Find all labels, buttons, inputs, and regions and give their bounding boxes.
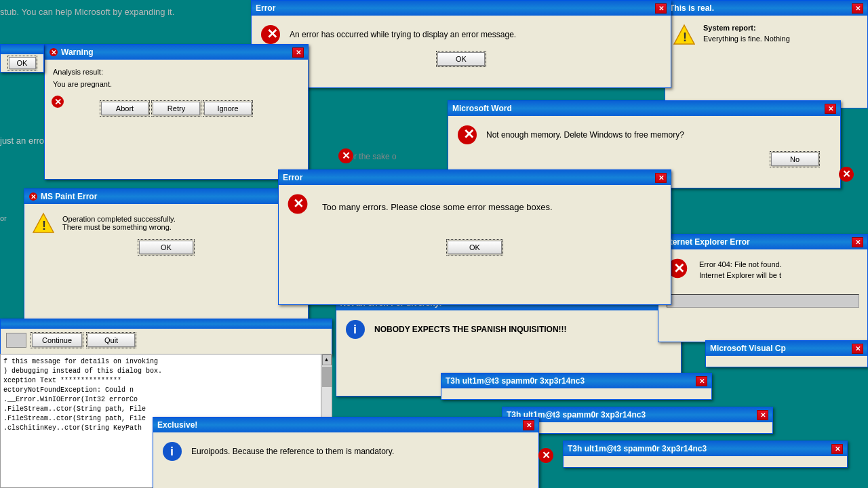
bg-text-1: stub. You can help Microsoft by expandin… bbox=[0, 7, 174, 17]
svg-text:i: i bbox=[353, 323, 357, 336]
continue-quit-titlebar bbox=[1, 319, 332, 329]
exclusive-dialog: Exclusive! ✕ i Euroipods. Because the re… bbox=[153, 417, 539, 488]
ms-paint-warning-icon: ! bbox=[33, 212, 54, 234]
ms-paint-message1: Operation completed successfully. bbox=[62, 215, 176, 223]
svg-text:✕: ✕ bbox=[463, 127, 475, 142]
svg-text:✕: ✕ bbox=[542, 449, 551, 461]
error-text-line5: .__Error.WinIOError(Int32 errorCo bbox=[3, 395, 318, 405]
this-is-real-title: This is real. bbox=[669, 3, 714, 13]
spam-3-title: T3h ult1m@t3 spamm0r 3xp3r14nc3 bbox=[568, 444, 707, 453]
small-ok-titlebar bbox=[1, 45, 43, 54]
abort-btn[interactable]: Abort bbox=[101, 102, 149, 115]
ms-visual-close-btn[interactable]: ✕ bbox=[852, 344, 863, 354]
warning-message2: You are pregnant. bbox=[53, 80, 300, 88]
info-icon-not-error: i bbox=[344, 319, 366, 340]
floating-error-icon-2: ✕ bbox=[338, 148, 354, 165]
warning-title-icon: ✕ bbox=[49, 47, 58, 57]
everything-fine-label: Everything is fine. Nothing bbox=[703, 35, 790, 43]
scroll-thumb[interactable] bbox=[322, 367, 332, 387]
too-many-errors-ok-btn[interactable]: OK bbox=[448, 241, 502, 254]
ms-word-close-btn[interactable]: ✕ bbox=[825, 104, 836, 114]
system-report-label: System report: bbox=[703, 24, 790, 32]
continue-quit-dialog: Continue Quit bbox=[0, 319, 332, 356]
too-many-errors-title: Error bbox=[283, 173, 302, 182]
error-display-ok-btn[interactable]: OK bbox=[437, 52, 485, 66]
warning-close-btn[interactable]: ✕ bbox=[292, 47, 304, 58]
error-display-close[interactable]: ✕ bbox=[655, 3, 667, 14]
continue-unknown-btn[interactable] bbox=[6, 333, 26, 348]
svg-text:i: i bbox=[170, 445, 174, 458]
ms-word-no-btn[interactable]: No bbox=[771, 152, 818, 166]
not-an-error-message: NOBODY EXPECTS THE SPANISH INQUISITION!!… bbox=[374, 325, 567, 334]
spam-1-titlebar: T3h ult1m@t3 spamm0r 3xp3r14nc3 ✕ bbox=[441, 373, 711, 388]
ie-error-dialog: Internet Explorer Error ✕ ✕ Error 404: F… bbox=[658, 234, 868, 342]
spam-1-close-btn[interactable]: ✕ bbox=[696, 376, 707, 386]
spam-3-titlebar: T3h ult1m@t3 spamm0r 3xp3r14nc3 ✕ bbox=[564, 441, 847, 456]
svg-text:✕: ✕ bbox=[51, 49, 56, 56]
exclusive-title: Exclusive! bbox=[157, 420, 197, 430]
error-display-dialog: Error ✕ ✕ An error has occurred while tr… bbox=[251, 0, 671, 88]
too-many-errors-close-btn[interactable]: ✕ bbox=[655, 173, 667, 183]
error-text-line6: .FileStream..ctor(String path, File bbox=[3, 405, 318, 414]
svg-text:✕: ✕ bbox=[673, 261, 685, 276]
spam-dialog-1: T3h ult1m@t3 spamm0r 3xp3r14nc3 ✕ bbox=[441, 373, 712, 400]
ms-paint-title-text: MS Paint Error bbox=[41, 192, 97, 201]
exclusive-info-icon: i bbox=[161, 441, 183, 462]
error-text-line3: xception Text *************** bbox=[3, 376, 318, 386]
svg-text:✕: ✕ bbox=[267, 26, 278, 41]
spam-2-titlebar: T3h ult1m@t3 spamm0r 3xp3r14nc3 ✕ bbox=[502, 407, 772, 422]
ms-word-title: Microsoft Word bbox=[452, 104, 512, 113]
ms-paint-titlebar: ✕ MS Paint Error ✕ bbox=[24, 189, 308, 204]
error-text-line2: ) debugging instead of this dialog box. bbox=[3, 367, 318, 376]
ms-visual-title: Microsoft Visual Cp bbox=[710, 344, 786, 353]
bg-text-3: or bbox=[0, 214, 7, 222]
exclusive-message: Euroipods. Because the reference to them… bbox=[191, 447, 394, 456]
warning-dialog: ✕ Warning ✕ Analysis result: You are pre… bbox=[44, 44, 309, 180]
warning-title-text: Warning bbox=[61, 47, 94, 57]
small-ok-dialog: OK bbox=[0, 44, 44, 73]
ignore-btn[interactable]: Ignore bbox=[204, 102, 252, 115]
quit-btn[interactable]: Quit bbox=[87, 333, 135, 347]
this-is-real-close-btn[interactable]: ✕ bbox=[852, 3, 863, 14]
spam-2-close-btn[interactable]: ✕ bbox=[757, 410, 768, 420]
small-ok-btn[interactable]: OK bbox=[9, 57, 36, 69]
ms-paint-title-icon: ✕ bbox=[28, 192, 38, 201]
error-text-line1: f this message for details on invoking bbox=[3, 357, 318, 367]
svg-text:!: ! bbox=[42, 219, 46, 232]
too-many-errors-titlebar: Error ✕ bbox=[279, 170, 671, 185]
svg-text:!: ! bbox=[683, 30, 687, 44]
svg-text:✕: ✕ bbox=[293, 197, 304, 211]
svg-text:✕: ✕ bbox=[54, 97, 62, 107]
ie-error-titlebar: Internet Explorer Error ✕ bbox=[658, 235, 867, 249]
ie-error-close-btn[interactable]: ✕ bbox=[852, 237, 863, 247]
ms-visual-titlebar: Microsoft Visual Cp ✕ bbox=[706, 341, 867, 356]
floating-error-icon-3: ✕ bbox=[838, 166, 854, 184]
exclusive-titlebar: Exclusive! ✕ bbox=[153, 418, 538, 432]
continue-btn[interactable]: Continue bbox=[32, 333, 82, 347]
ms-paint-dialog: ✕ MS Paint Error ✕ ! Operation completed… bbox=[24, 188, 309, 324]
scroll-up-btn[interactable]: ▲ bbox=[322, 354, 332, 365]
spam-dialog-3: T3h ult1m@t3 spamm0r 3xp3r14nc3 ✕ bbox=[563, 441, 848, 468]
ie-error-message2: Internet Explorer will be t bbox=[699, 271, 782, 279]
ie-scrollbar[interactable] bbox=[667, 294, 859, 308]
ms-word-message: Not enough memory. Delete Windows to fre… bbox=[486, 130, 684, 140]
error-display-titlebar: Error ✕ bbox=[252, 1, 671, 16]
exclusive-close-btn[interactable]: ✕ bbox=[523, 420, 534, 430]
ms-word-titlebar: Microsoft Word ✕ bbox=[448, 101, 840, 116]
error-display-message: An error has occurred while trying to di… bbox=[290, 30, 516, 39]
too-many-errors-message: Too many errors. Please close some error… bbox=[322, 202, 553, 212]
floating-error-icon-1: ✕ bbox=[51, 95, 64, 110]
spam-3-close-btn[interactable]: ✕ bbox=[831, 444, 843, 454]
svg-text:✕: ✕ bbox=[842, 168, 851, 180]
retry-btn[interactable]: Retry bbox=[153, 102, 200, 115]
ie-error-message1: Error 404: File not found. bbox=[699, 260, 782, 268]
svg-text:✕: ✕ bbox=[342, 150, 351, 161]
ms-word-error-icon: ✕ bbox=[456, 124, 478, 146]
ie-error-title: Internet Explorer Error bbox=[663, 237, 750, 247]
bg-text-2: just an error. bbox=[0, 136, 49, 146]
warning-icon-this-real: ! bbox=[673, 24, 695, 45]
warning-message1: Analysis result: bbox=[53, 68, 300, 76]
too-many-error-icon: ✕ bbox=[287, 193, 314, 220]
ms-paint-ok-btn[interactable]: OK bbox=[139, 241, 193, 254]
too-many-errors-dialog: Error ✕ ✕ Too many errors. Please close … bbox=[278, 169, 671, 305]
